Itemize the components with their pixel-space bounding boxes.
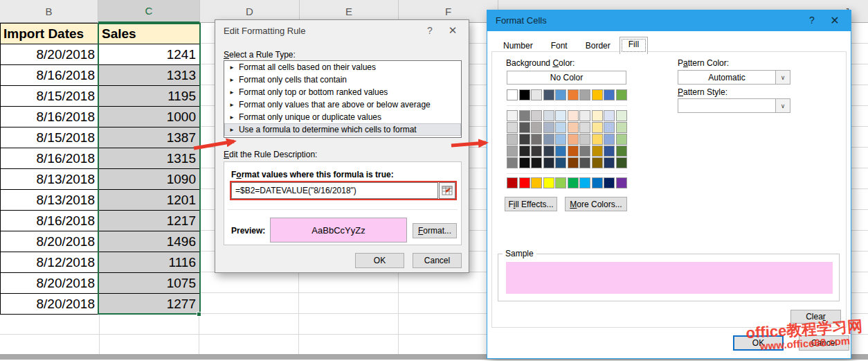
color-swatch[interactable]	[519, 122, 530, 133]
chevron-down-icon[interactable]: ∨	[775, 99, 790, 112]
color-swatch[interactable]	[592, 122, 603, 133]
rule-type-item[interactable]: ►Format only values that are above or be…	[224, 98, 461, 111]
more-colors-button[interactable]: More Colors...	[565, 197, 627, 211]
header-cell-sales[interactable]: Sales	[99, 24, 201, 44]
color-swatch[interactable]	[531, 134, 542, 145]
color-swatch[interactable]	[616, 157, 627, 168]
color-swatch[interactable]	[616, 122, 627, 133]
close-icon[interactable]: ✕	[829, 14, 841, 27]
header-cell-import-dates[interactable]: Import Dates	[1, 24, 99, 44]
color-swatch[interactable]	[543, 146, 554, 157]
color-swatch[interactable]	[604, 122, 615, 133]
color-swatch[interactable]	[531, 110, 542, 121]
fill-effects-button[interactable]: Fill Effects...	[505, 197, 557, 211]
color-swatch[interactable]	[555, 122, 566, 133]
color-swatch[interactable]	[616, 89, 627, 100]
color-swatch[interactable]	[568, 89, 579, 100]
color-swatch[interactable]	[616, 110, 627, 121]
color-swatch[interactable]	[555, 146, 566, 157]
color-swatch[interactable]	[555, 110, 566, 121]
color-swatch[interactable]	[543, 122, 554, 133]
sales-cell-selected[interactable]: 1313	[99, 65, 201, 86]
color-swatch[interactable]	[592, 134, 603, 145]
tab-font[interactable]: Font	[542, 38, 577, 54]
color-swatch[interactable]	[531, 177, 542, 188]
color-swatch[interactable]	[592, 146, 603, 157]
color-swatch[interactable]	[555, 89, 566, 100]
color-swatch[interactable]	[579, 157, 590, 168]
date-cell[interactable]: 8/13/2018	[1, 190, 99, 211]
color-swatch[interactable]	[519, 177, 530, 188]
color-swatch[interactable]	[604, 157, 615, 168]
color-swatch[interactable]	[604, 89, 615, 100]
color-swatch[interactable]	[604, 146, 615, 157]
color-swatch[interactable]	[579, 146, 590, 157]
sales-cell-selected[interactable]: 1201	[99, 190, 201, 211]
date-cell[interactable]: 8/20/2018	[1, 231, 99, 252]
rule-type-item[interactable]: ►Use a formula to determine which cells …	[224, 123, 461, 136]
color-swatch[interactable]	[604, 177, 615, 188]
sales-cell-selected[interactable]: 1000	[99, 107, 201, 127]
date-cell[interactable]: 8/12/2018	[1, 252, 99, 273]
color-swatch[interactable]	[568, 134, 579, 145]
date-cell[interactable]: 8/15/2018	[1, 127, 99, 148]
close-icon[interactable]: ✕	[446, 24, 459, 37]
color-swatch[interactable]	[616, 146, 627, 157]
color-swatch[interactable]	[519, 146, 530, 157]
color-swatch[interactable]	[543, 110, 554, 121]
column-header-b[interactable]: B	[0, 0, 98, 23]
color-swatch[interactable]	[579, 110, 590, 121]
color-swatch[interactable]	[519, 89, 530, 100]
color-swatch[interactable]	[507, 146, 518, 157]
color-swatch[interactable]	[579, 89, 590, 100]
color-swatch[interactable]	[555, 134, 566, 145]
color-swatch[interactable]	[519, 157, 530, 168]
color-swatch[interactable]	[507, 122, 518, 133]
color-swatch[interactable]	[579, 177, 590, 188]
color-swatch[interactable]	[579, 122, 590, 133]
sales-cell-selected[interactable]: 1315	[99, 148, 201, 169]
sales-cell-selected[interactable]: 1116	[99, 252, 201, 273]
sales-cell-active[interactable]: 1241	[99, 44, 201, 65]
pattern-style-combobox[interactable]: ∨	[678, 98, 790, 113]
color-swatch[interactable]	[568, 177, 579, 188]
color-swatch[interactable]	[604, 134, 615, 145]
date-cell[interactable]: 8/16/2018	[1, 211, 99, 231]
date-cell[interactable]: 8/15/2018	[1, 86, 99, 107]
pattern-color-combobox[interactable]: Automatic ∨	[678, 70, 790, 85]
color-swatch[interactable]	[531, 157, 542, 168]
color-swatch[interactable]	[507, 110, 518, 121]
color-swatch[interactable]	[507, 134, 518, 145]
color-swatch[interactable]	[592, 177, 603, 188]
color-swatch[interactable]	[519, 134, 530, 145]
color-swatch[interactable]	[604, 110, 615, 121]
date-cell[interactable]: 8/20/2018	[1, 44, 99, 65]
color-swatch[interactable]	[568, 122, 579, 133]
color-swatch[interactable]	[507, 157, 518, 168]
tab-number[interactable]: Number	[494, 38, 542, 54]
chevron-down-icon[interactable]: ∨	[775, 71, 790, 84]
rule-type-item[interactable]: ►Format only cells that contain	[224, 73, 461, 86]
rule-type-item[interactable]: ►Format only top or bottom ranked values	[224, 86, 461, 98]
color-swatch[interactable]	[531, 122, 542, 133]
color-swatch[interactable]	[531, 89, 542, 100]
cancel-button[interactable]: Cancel	[413, 253, 462, 268]
color-swatch[interactable]	[616, 177, 627, 188]
rule-type-listbox[interactable]: ►Format all cells based on their values►…	[224, 60, 462, 138]
color-swatch[interactable]	[519, 110, 530, 121]
color-swatch[interactable]	[531, 146, 542, 157]
date-cell[interactable]: 8/16/2018	[1, 107, 99, 127]
date-cell[interactable]: 8/16/2018	[1, 65, 99, 86]
ok-button[interactable]: OK	[355, 253, 404, 268]
color-swatch[interactable]	[579, 134, 590, 145]
sales-cell-selected[interactable]: 1217	[99, 211, 201, 231]
color-swatch[interactable]	[568, 110, 579, 121]
help-icon[interactable]: ?	[806, 15, 817, 26]
sales-cell-selected[interactable]: 1090	[99, 169, 201, 190]
sales-cell-selected[interactable]: 1195	[99, 86, 201, 107]
color-swatch[interactable]	[555, 177, 566, 188]
color-swatch[interactable]	[616, 134, 627, 145]
color-swatch[interactable]	[543, 89, 554, 100]
date-cell[interactable]: 8/20/2018	[1, 294, 99, 315]
sales-cell-selected[interactable]: 1277	[99, 294, 201, 315]
